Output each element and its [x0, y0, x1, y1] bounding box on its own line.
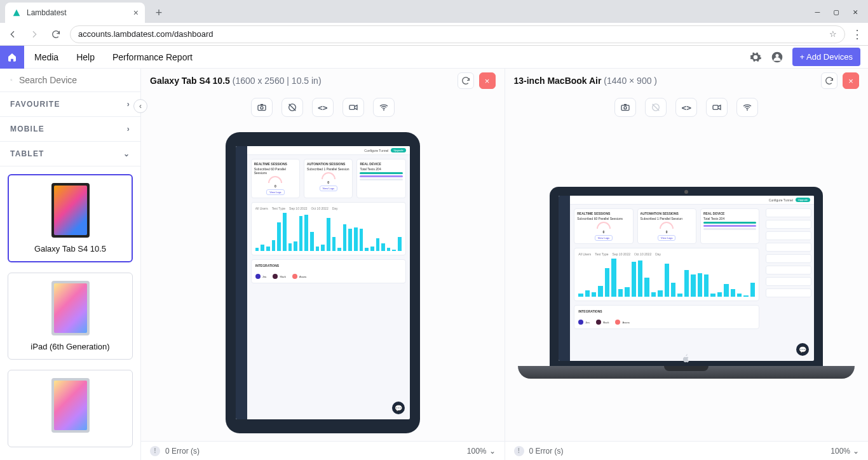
nav-performance[interactable]: Performance Report [112, 52, 193, 62]
sidebar-collapse-button[interactable]: ‹ [133, 99, 147, 113]
video-icon [712, 102, 722, 112]
filter-users: All Users [255, 206, 268, 210]
device-card-ipad6[interactable]: iPad (6th Generation) [8, 273, 133, 360]
new-tab-button[interactable]: + [150, 4, 168, 22]
device-label: Galaxy Tab S4 10.5 [34, 244, 106, 254]
pane-dims: (1440 × 900 ) [604, 76, 657, 86]
browser-tab[interactable]: Lambdatest × [5, 3, 145, 23]
svg-point-2 [11, 79, 12, 81]
device-toolbar: <> [141, 93, 505, 125]
chevron-right-icon: › [127, 125, 130, 133]
chevron-down-icon: ⌄ [489, 447, 496, 456]
apple-logo-icon [682, 354, 691, 363]
filter-to: Oct 10 2022 [634, 252, 651, 256]
tablet-screen[interactable]: Configure Tunnel Upgrade REALTIME SESSIO… [236, 146, 410, 419]
close-window-icon[interactable]: ✕ [853, 7, 858, 17]
filter-gran: Day [332, 206, 338, 210]
device-sidebar: ‹ FAVOURITE › MOBILE › TABLET ⌄ Galaxy T… [0, 69, 141, 460]
card-title: REALTIME SESSIONS [577, 212, 630, 215]
device-pane-laptop: 13-inch MacBook Air (1440 × 900 ) × <> [505, 69, 869, 460]
search-input[interactable] [19, 75, 130, 85]
int-slack: Slack [280, 275, 286, 278]
add-devices-button[interactable]: + Add Devices [792, 48, 860, 66]
pane-title: 13-inch MacBook Air (1440 × 900 ) [514, 76, 658, 86]
address-bar[interactable]: accounts.lambdatest.com/dashboard ☆ [70, 25, 845, 43]
forward-button[interactable] [27, 27, 42, 42]
camera-icon [620, 102, 630, 112]
settings-button[interactable] [749, 51, 762, 64]
laptop-frame: Configure Tunnel Upgrade REALTIME [518, 187, 855, 379]
device-thumb [51, 378, 90, 433]
devtools-button[interactable]: <> [675, 98, 697, 117]
chat-bubble-icon[interactable]: 💬 [392, 402, 405, 414]
minimize-icon[interactable]: — [815, 7, 820, 17]
device-toolbar: <> [505, 93, 869, 125]
int-jira: Jira [585, 321, 589, 324]
svg-point-1 [775, 54, 778, 57]
close-pane-button[interactable]: × [843, 72, 859, 89]
error-badge[interactable]: ! 0 Error (s) [150, 446, 200, 456]
card-title: AUTOMATION SESSIONS [307, 162, 349, 166]
recent-tests-feed [763, 205, 814, 361]
card-value: 0 [666, 230, 668, 234]
maximize-icon[interactable]: ▢ [834, 7, 839, 17]
error-badge[interactable]: ! 0 Error (s) [514, 446, 564, 456]
svg-rect-3 [258, 105, 266, 111]
card-btn: View Logs [658, 235, 675, 241]
category-label: MOBILE [10, 125, 44, 133]
rotate-button[interactable] [281, 98, 303, 117]
screenshot-button[interactable] [251, 98, 273, 117]
user-icon [771, 51, 783, 64]
close-pane-button[interactable]: × [479, 72, 496, 89]
browser-menu-button[interactable]: ⋮ [851, 27, 863, 41]
nav-media[interactable]: Media [34, 52, 58, 62]
refresh-icon [824, 76, 834, 86]
record-button[interactable] [342, 98, 364, 117]
refresh-pane-button[interactable] [821, 72, 837, 89]
pane-dims: (1600 x 2560 | 10.5 in) [233, 76, 322, 86]
wifi-icon [379, 102, 389, 112]
int-slack: Slack [603, 321, 609, 324]
close-tab-icon[interactable]: × [133, 8, 139, 18]
zoom-selector[interactable]: 100% ⌄ [831, 447, 859, 456]
card-btn: View Logs [320, 186, 337, 191]
upgrade-pill: Upgrade [796, 198, 810, 202]
network-button[interactable] [736, 98, 758, 117]
error-icon: ! [150, 446, 160, 456]
device-card[interactable] [8, 370, 133, 447]
svg-point-12 [747, 109, 748, 111]
network-button[interactable] [373, 98, 395, 117]
zoom-selector[interactable]: 100% ⌄ [467, 447, 496, 456]
code-icon: <> [318, 103, 328, 112]
app-topbar: Media Help Performance Report + Add Devi… [0, 46, 868, 69]
home-button[interactable] [0, 46, 24, 69]
category-favourite[interactable]: FAVOURITE › [0, 92, 140, 117]
account-button[interactable] [771, 51, 783, 64]
category-label: TABLET [10, 149, 44, 158]
nav-help[interactable]: Help [76, 52, 95, 62]
category-tablet[interactable]: TABLET ⌄ [0, 142, 140, 166]
screenshot-button[interactable] [614, 98, 636, 117]
pane-title: Galaxy Tab S4 10.5 (1600 x 2560 | 10.5 i… [150, 76, 322, 86]
refresh-pane-button[interactable] [458, 72, 474, 89]
reload-button[interactable] [48, 27, 64, 42]
chevron-down-icon: ⌄ [853, 447, 859, 456]
category-mobile[interactable]: MOBILE › [0, 117, 140, 142]
devtools-button[interactable]: <> [312, 98, 334, 117]
bookmark-star-icon[interactable]: ☆ [829, 29, 837, 39]
url-text: accounts.lambdatest.com/dashboard [78, 29, 213, 39]
device-search[interactable] [0, 69, 140, 92]
card-value: 0 [275, 184, 276, 188]
rotate-button [645, 98, 667, 117]
record-button[interactable] [706, 98, 728, 117]
card-sub: Total Tests 204 [703, 217, 756, 220]
top-nav: Media Help Performance Report [34, 52, 193, 62]
filter-type: Test Type [595, 252, 608, 256]
card-sub: Subscribed 1 Parallel Session [307, 167, 349, 171]
filter-type: Test Type [272, 206, 285, 210]
card-value: 0 [327, 180, 329, 184]
device-card-galaxy-tab[interactable]: Galaxy Tab S4 10.5 [8, 174, 133, 262]
laptop-screen[interactable]: Configure Tunnel Upgrade REALTIME [559, 196, 814, 361]
refresh-icon [461, 76, 471, 86]
back-button[interactable] [5, 27, 20, 42]
